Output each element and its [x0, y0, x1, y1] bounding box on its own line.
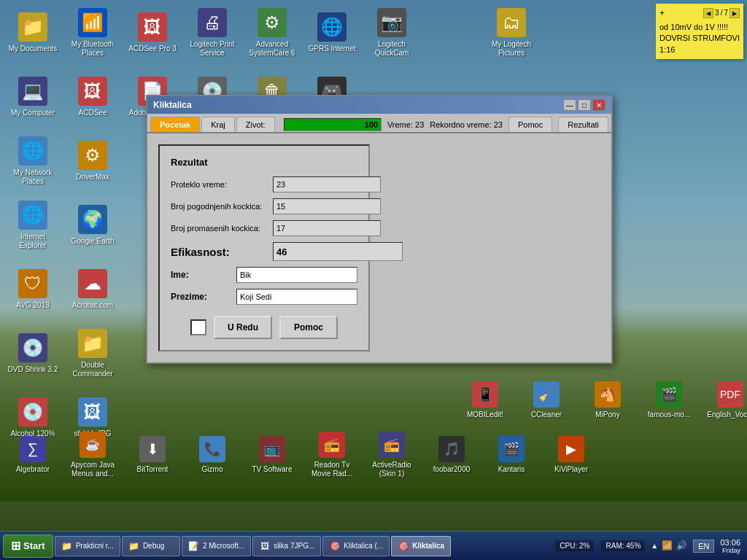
icon-google-earth[interactable]: 🌍 Google Earth — [63, 196, 122, 254]
dialog-content: Rezultat Proteklo vreme: Broj pogodnjeni… — [147, 133, 611, 362]
taskbar-icon-debug: 📁 — [128, 540, 140, 552]
icon-my-computer[interactable]: 💻 My Computer — [4, 68, 62, 126]
icon-avg[interactable]: 🛡 AVG 2013 — [4, 260, 62, 319]
taskbar-right: CPU: 2% RAM: 45% ▲ 📶 🔊 EN 03:06 Friday — [555, 538, 744, 554]
result-row-pogodnjenih: Broj pogodnjenih kockica: — [171, 198, 357, 214]
pomoc-button[interactable]: Pomoc — [279, 316, 338, 339]
progress-bar-container: 100 — [284, 118, 382, 131]
tab-kraj[interactable]: Kraj — [201, 117, 235, 132]
taskbar-item-kliktalica2[interactable]: 🎯 Kliktalica — [391, 536, 451, 556]
taskbar-icon-kliktalica1: 🎯 — [329, 540, 341, 552]
minimize-button[interactable]: — — [563, 99, 576, 111]
tab-zivot[interactable]: Zivot: — [236, 117, 275, 132]
taskbar-item-slika[interactable]: 🖼 slika 7JPG... — [252, 536, 321, 556]
kliktalica-dialog: Kliktalica — □ ✕ Pocetak Kraj Zivot: 100 — [146, 95, 613, 364]
dialog-title: Kliktalica — [153, 100, 192, 110]
icon-algebrator[interactable]: ∑ Algebrator — [4, 427, 62, 482]
result-row-promasenih: Broj promasenih kockica: — [171, 220, 357, 236]
icon-english-voc[interactable]: PDF English_Voc... — [701, 373, 747, 427]
icon-my-documents[interactable]: 📁 My Documents — [4, 4, 62, 62]
taskbar-item-kliktalica1[interactable]: 🎯 Kliktalica (... — [322, 536, 390, 556]
input-ime[interactable] — [236, 267, 357, 283]
icon-acdsee[interactable]: 🖼 ACDSee — [63, 68, 122, 126]
label-ime: Ime: — [171, 270, 229, 280]
u-redu-button[interactable]: U Redu — [214, 316, 272, 339]
system-tray: ▲ 📶 🔊 — [651, 540, 687, 552]
maximize-button[interactable]: □ — [578, 99, 591, 111]
icon-apycom[interactable]: ☕ Apycom Java Menus and... — [63, 427, 122, 482]
taskbar-item-prakticni[interactable]: 📁 Prakticni r... — [55, 536, 120, 556]
icon-logitech-print[interactable]: 🖨 Logitech Print Service — [183, 4, 241, 62]
result-row-efikasnost: Efikasnost: — [171, 242, 357, 261]
taskbar-item-microsoft[interactable]: 📝 2 Microsoft... — [182, 536, 251, 556]
result-row-proteklo: Proteklo vreme: — [171, 176, 357, 192]
taskbar-icon-slika: 🖼 — [259, 540, 271, 552]
label-promasenih: Broj promasenih kockica: — [171, 224, 266, 233]
input-prezime[interactable] — [236, 289, 357, 305]
icon-gizmo[interactable]: 📞 Gizmo — [183, 427, 241, 482]
sticky-add-icon[interactable]: + — [659, 7, 665, 20]
icon-mipony[interactable]: 🐴 MiPony — [578, 373, 637, 427]
start-button[interactable]: ⊞ Start — [3, 534, 53, 558]
time-display: 03:06 — [720, 538, 740, 547]
label-efikasnost: Efikasnost: — [171, 246, 266, 258]
sticky-note-header: + ◀ 3/7 ▶ — [659, 7, 740, 20]
close-button[interactable]: ✕ — [592, 99, 605, 111]
ram-indicator: RAM: 45% — [601, 540, 645, 551]
icon-advanced-care[interactable]: ⚙ Advanced SystemCare 6 — [243, 4, 301, 62]
icon-mobledit[interactable]: 📱 MOBILedit! — [456, 373, 514, 427]
sticky-note: + ◀ 3/7 ▶ od 10mV do 1V !!!!! DOVRSI STR… — [656, 4, 743, 59]
tab-bar: Pocetak Kraj Zivot: 100 Vreme: 23 Rekord… — [147, 114, 611, 133]
result-row-ime: Ime: — [171, 267, 357, 283]
icon-acrobat-com[interactable]: ☁ Acrobat.com — [63, 260, 122, 319]
input-pogodnjenih[interactable] — [273, 198, 381, 214]
icon-acdsee-pro[interactable]: 🖼 ACDSee Pro 3 — [123, 4, 182, 62]
icon-drivermax[interactable]: ⚙ DriverMax — [63, 132, 122, 190]
sticky-next-btn[interactable]: ▶ — [729, 8, 740, 18]
icon-tv-software[interactable]: 📺 TV Software — [243, 427, 301, 482]
input-promasenih[interactable] — [273, 220, 381, 236]
icon-readon-tv[interactable]: 📻 Readon Tv Movie Rad... — [303, 427, 361, 482]
icon-activeradio[interactable]: 📻 ActiveRadio (Skin 1) — [363, 427, 421, 482]
taskbar-icon-microsoft: 📝 — [188, 540, 200, 552]
icon-famous-mo[interactable]: 🎬 famous-mo... — [640, 373, 698, 427]
checkbox[interactable] — [190, 319, 206, 335]
taskbar-item-debug[interactable]: 📁 Debug — [122, 536, 180, 556]
icon-my-bluetooth[interactable]: 📶 My Bluetooth Places — [63, 4, 122, 62]
tab-rezultati[interactable]: Rezultati — [558, 117, 608, 132]
input-proteklo[interactable] — [273, 176, 381, 192]
tab-pocetak[interactable]: Pocetak — [150, 117, 200, 132]
titlebar-buttons: — □ ✕ — [563, 99, 605, 111]
desktop: 📁 My Documents 📶 My Bluetooth Places 🖼 A… — [0, 0, 747, 560]
tab-progress-area: 100 Vreme: 23 Rekordno vreme: 23 Pomoc R… — [284, 117, 608, 132]
tray-volume-icon: 🔊 — [676, 540, 687, 552]
label-pogodnjenih: Broj pogodnjenih kockica: — [171, 202, 266, 211]
sticky-page: 3 — [715, 8, 719, 18]
tab-pomoc[interactable]: Pomoc — [508, 117, 552, 132]
icon-kantaris[interactable]: 🎬 Kantaris — [482, 427, 541, 482]
icon-dvd-shrink[interactable]: 💿 DVD Shrink 3.2 — [4, 324, 62, 383]
icon-double-commander[interactable]: 📁 Double Commander — [63, 324, 122, 383]
input-efikasnost[interactable] — [273, 242, 403, 261]
icon-logitech-cam[interactable]: 📷 Logitech QuickCam — [363, 4, 421, 62]
icon-ie[interactable]: 🌐 Internet Explorer — [4, 196, 62, 254]
icon-ccleaner[interactable]: 🧹 CCleaner — [517, 373, 576, 427]
sticky-prev-btn[interactable]: ◀ — [703, 8, 713, 18]
result-panel: Rezultat Proteklo vreme: Broj pogodnjeni… — [158, 144, 370, 351]
label-prezime: Prezime: — [171, 292, 229, 302]
tab-vreme-info: Vreme: 23 — [387, 120, 424, 129]
icon-gprs[interactable]: 🌐 GPRS Internet — [303, 4, 361, 62]
windows-icon: ⊞ — [11, 539, 20, 553]
dialog-titlebar: Kliktalica — □ ✕ — [147, 96, 611, 114]
icon-kiviplayer[interactable]: ▶ KiViPlayer — [542, 427, 600, 482]
language-indicator[interactable]: EN — [693, 540, 714, 553]
icon-foobar[interactable]: 🎵 foobar2000 — [422, 427, 481, 482]
taskbar: ⊞ Start 📁 Prakticni r... 📁 Debug 📝 2 Mic… — [0, 531, 747, 560]
tray-expand-icon[interactable]: ▲ — [651, 542, 658, 550]
icon-bittorrent[interactable]: ⬇ BitTorrent — [123, 427, 182, 482]
result-title: Rezultat — [171, 157, 357, 168]
icon-my-network[interactable]: 🌐 My Network Places — [4, 132, 62, 190]
clock: 03:06 Friday — [720, 538, 740, 554]
icon-logitech-pics[interactable]: 🗂 My Logitech Pictures — [482, 4, 541, 62]
tray-network-icon: 📶 — [661, 540, 673, 552]
